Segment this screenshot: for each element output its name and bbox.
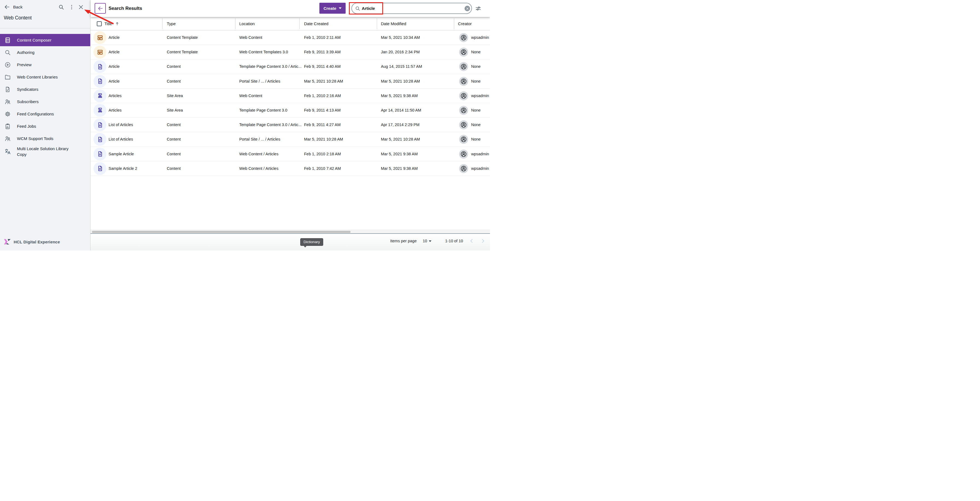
back-button[interactable]: Back: [4, 4, 22, 10]
cell-title: List of Articles: [108, 132, 133, 146]
table-row[interactable]: ArticleContent TemplateWeb Content Templ…: [91, 45, 490, 59]
cell-location: Web Content Templates 3.0: [239, 45, 288, 59]
horizontal-scrollbar[interactable]: [91, 230, 490, 233]
cell-date-modified: Apr 17, 2014 2:29 PM: [381, 118, 420, 132]
column-header-type[interactable]: Type: [167, 17, 176, 30]
search-field[interactable]: [352, 3, 472, 14]
create-button-label: Create: [323, 6, 336, 11]
sidebar-item-content-composer[interactable]: Content Composer: [0, 34, 90, 46]
cell-title: Article: [108, 45, 119, 59]
overflow-menu-icon[interactable]: [68, 4, 75, 10]
table-row[interactable]: ArticlesSite AreaWeb ContentFeb 1, 2010 …: [91, 89, 490, 103]
next-page-button[interactable]: [480, 238, 486, 244]
cell-location: Template Page Content 3.0 / Artic...: [239, 118, 302, 132]
sidebar-item-wcm-support-tools[interactable]: WCM Support Tools: [0, 132, 90, 145]
sidebar-item-preview[interactable]: Preview: [0, 59, 90, 71]
column-header-date-created[interactable]: Date Created: [304, 17, 328, 30]
items-per-page-select[interactable]: 10: [423, 234, 427, 248]
sidebar-item-label: Multi Locale Solution Library Copy: [17, 146, 76, 157]
cell-type: Content: [167, 132, 181, 146]
sidebar-item-web-content-libraries[interactable]: Web Content Libraries: [0, 71, 90, 83]
sidebar-nav: Content ComposerAuthoringPreviewWeb Cont…: [0, 34, 90, 159]
column-divider: [235, 18, 235, 29]
site-area-icon: [94, 89, 107, 102]
creator-avatar: [459, 62, 468, 71]
cell-date-modified: Jan 20, 2016 2:34 PM: [381, 45, 420, 59]
sidebar-item-authoring[interactable]: Authoring: [0, 46, 90, 59]
column-divider: [299, 18, 300, 29]
create-button[interactable]: Create: [320, 3, 345, 14]
sidebar-title: Web Content: [4, 15, 32, 21]
table-row[interactable]: ArticleContentTemplate Page Content 3.0 …: [91, 59, 490, 74]
clear-search-button[interactable]: [465, 6, 470, 11]
creator-avatar: [459, 48, 468, 57]
table-row[interactable]: Sample ArticleContentWeb Content / Artic…: [91, 147, 490, 161]
sort-ascending-icon[interactable]: [115, 21, 119, 26]
cell-location: Portal Site / ... / Articles: [239, 74, 280, 89]
back-label: Back: [13, 5, 22, 10]
cell-date-created: Mar 5, 2021 10:28 AM: [304, 132, 343, 146]
creator-avatar: [459, 33, 468, 42]
column-header-title[interactable]: Title: [97, 17, 119, 30]
column-header-creator[interactable]: Creator: [458, 17, 472, 30]
cell-date-created: Feb 9, 2011 4:40 AM: [304, 59, 341, 74]
cell-location: Web Content / Articles: [239, 147, 278, 161]
sidebar-item-multi-locale-solution-library-copy[interactable]: Multi Locale Solution Library Copy: [0, 145, 90, 159]
column-header-date-modified[interactable]: Date Modified: [381, 17, 406, 30]
cell-type: Content Template: [167, 45, 198, 59]
table-row[interactable]: ArticleContent TemplateWeb ContentFeb 1,…: [91, 30, 490, 45]
table-row[interactable]: List of ArticlesContentTemplate Page Con…: [91, 118, 490, 132]
cell-type: Content: [167, 74, 181, 89]
items-per-page-label: Items per page: [390, 234, 417, 248]
sidebar-item-feed-jobs[interactable]: Feed Jobs: [0, 120, 90, 132]
cell-date-modified: Mar 5, 2021 10:28 AM: [381, 74, 420, 89]
sidebar-item-label: Preview: [17, 62, 32, 68]
caret-down-icon[interactable]: [429, 240, 431, 242]
filter-sliders-icon[interactable]: [475, 5, 481, 11]
close-icon[interactable]: [78, 4, 84, 10]
clipboard-chart-icon: [5, 123, 11, 130]
results-back-button[interactable]: [95, 3, 106, 14]
sidebar-item-syndicators[interactable]: Syndicators: [0, 83, 90, 95]
cell-date-modified: Aug 14, 2015 11:57 AM: [381, 59, 422, 74]
page-title: Search Results: [108, 0, 142, 17]
cell-creator: None: [471, 59, 481, 74]
back-arrow-icon: [4, 4, 10, 10]
creator-avatar: [459, 91, 468, 100]
cell-creator: wpsadmin: [471, 89, 489, 103]
dictionary-tooltip: Dictionary: [300, 238, 323, 246]
table-row[interactable]: List of ArticlesContentPortal Site / ...…: [91, 132, 490, 146]
back-arrow-icon: [97, 5, 103, 11]
column-divider: [454, 18, 454, 29]
cell-date-created: Mar 5, 2021 10:28 AM: [304, 74, 343, 89]
hcl-logo-icon: [4, 239, 11, 245]
cell-creator: wpsadmin: [471, 30, 489, 45]
search-input[interactable]: [362, 6, 452, 11]
cell-creator: None: [471, 132, 481, 146]
sidebar: Back Web Content Content ComposerAuthori…: [0, 0, 91, 250]
pagination-range-label: 1-10 of 10: [445, 234, 463, 248]
previous-page-button[interactable]: [469, 238, 475, 244]
gear-icon: [5, 111, 11, 117]
table-row[interactable]: Sample Article 2ContentWeb Content / Art…: [91, 161, 490, 176]
column-header-location[interactable]: Location: [239, 17, 255, 30]
cell-creator: wpsadmin: [471, 161, 489, 176]
sidebar-item-subscribers[interactable]: Subscribers: [0, 95, 90, 108]
scrollbar-thumb[interactable]: [92, 231, 350, 233]
sidebar-item-feed-configurations[interactable]: Feed Configurations: [0, 108, 90, 120]
cell-date-modified: Apr 14, 2014 11:50 AM: [381, 103, 421, 118]
play-circle-icon: [5, 62, 11, 68]
sidebar-item-label: Syndicators: [17, 86, 38, 92]
site-area-icon: [94, 104, 107, 117]
translate-icon: [5, 148, 11, 155]
content-icon: [94, 60, 107, 73]
creator-avatar: [459, 77, 468, 86]
select-all-checkbox[interactable]: [97, 21, 102, 26]
table-row[interactable]: ArticleContentPortal Site / ... / Articl…: [91, 74, 490, 89]
sidebar-item-label: Content Composer: [17, 37, 51, 43]
search-icon[interactable]: [58, 4, 64, 10]
table-row[interactable]: ArticlesSite AreaTemplate Page Content 3…: [91, 103, 490, 118]
content-template-icon: [94, 46, 107, 59]
cell-creator: None: [471, 45, 481, 59]
content-icon: [94, 133, 107, 146]
